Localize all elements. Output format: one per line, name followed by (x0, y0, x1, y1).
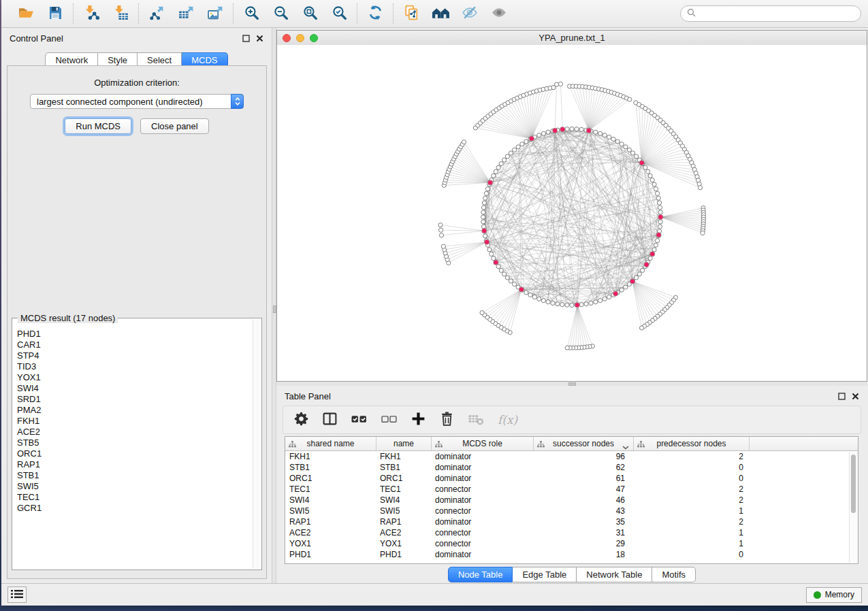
mcds-result-item[interactable]: ACE2 (17, 427, 251, 437)
table-row[interactable]: FKH1FKH1dominator962 (285, 451, 849, 462)
zoom-out-button[interactable] (270, 3, 291, 24)
graph-node[interactable] (634, 276, 639, 280)
zoom-selected-button[interactable] (329, 3, 349, 24)
graph-node[interactable] (481, 215, 485, 219)
table-cell[interactable]: RAP1 (285, 517, 376, 527)
mcds-result-item[interactable]: SWI5 (17, 481, 251, 492)
export-image-button[interactable] (205, 3, 225, 24)
table-cell[interactable]: 18 (534, 550, 634, 559)
table-row[interactable]: SWI5SWI5connector431 (285, 506, 849, 516)
table-settings-button[interactable] (293, 411, 309, 429)
graph-leaf-node[interactable] (480, 311, 484, 315)
graph-leaf-node[interactable] (438, 228, 443, 232)
table-cell[interactable]: FKH1 (376, 452, 432, 461)
graph-node[interactable] (650, 178, 654, 182)
tab-edge-table[interactable]: Edge Table (513, 567, 577, 582)
mcds-result-item[interactable]: CAR1 (17, 340, 251, 350)
table-cell[interactable]: ORC1 (285, 474, 376, 483)
graph-node[interactable] (505, 276, 509, 280)
graph-node[interactable] (541, 131, 545, 135)
select-all-button[interactable] (351, 411, 368, 429)
graph-leaf-node[interactable] (555, 82, 559, 86)
graph-node[interactable] (637, 272, 641, 276)
dominator-node[interactable] (613, 291, 618, 296)
graph-node[interactable] (641, 268, 645, 272)
column-header-name[interactable]: name (376, 437, 432, 450)
dominator-node[interactable] (529, 136, 534, 141)
graph-node[interactable] (615, 139, 620, 144)
close-window-button[interactable] (283, 34, 291, 42)
graph-node[interactable] (528, 293, 532, 297)
graph-node[interactable] (658, 210, 662, 214)
close-table-panel-icon[interactable] (852, 393, 859, 400)
graph-node[interactable] (624, 145, 628, 149)
show-all-button[interactable] (489, 3, 509, 24)
graph-node[interactable] (481, 225, 485, 229)
import-table-button[interactable] (110, 3, 131, 24)
graph-node[interactable] (524, 139, 528, 144)
table-cell[interactable]: dominator (432, 452, 534, 461)
graph-leaf-node[interactable] (438, 223, 443, 227)
table-cell[interactable]: STB1 (376, 463, 432, 472)
table-cell[interactable]: 2 (634, 495, 750, 505)
close-panel-icon[interactable] (256, 35, 263, 42)
graph-node[interactable] (589, 301, 593, 305)
dominator-node[interactable] (586, 128, 591, 133)
graph-node[interactable] (492, 257, 496, 261)
graph-node[interactable] (594, 130, 598, 134)
graph-node[interactable] (654, 187, 658, 191)
dominator-node[interactable] (650, 252, 655, 257)
graph-node[interactable] (607, 135, 611, 139)
graph-node[interactable] (537, 297, 541, 301)
graph-leaf-node[interactable] (698, 186, 702, 190)
graph-node[interactable] (579, 303, 583, 307)
graph-node[interactable] (509, 279, 513, 283)
graph-node[interactable] (516, 145, 520, 149)
graph-node[interactable] (483, 234, 487, 238)
graph-node[interactable] (524, 291, 528, 295)
table-cell[interactable]: connector (432, 484, 534, 494)
table-cell[interactable]: 2 (634, 517, 750, 527)
graph-node[interactable] (556, 302, 560, 306)
table-cell[interactable]: PHD1 (376, 550, 432, 559)
graph-node[interactable] (537, 133, 541, 137)
dominator-node[interactable] (575, 303, 579, 308)
graph-node[interactable] (487, 248, 492, 252)
graph-node[interactable] (648, 257, 652, 261)
refresh-network-button[interactable] (365, 3, 385, 24)
dominator-node[interactable] (485, 240, 489, 244)
dominator-node[interactable] (519, 287, 524, 292)
table-cell[interactable]: 35 (534, 517, 634, 527)
table-cell[interactable]: ACE2 (376, 528, 432, 538)
graph-node[interactable] (560, 303, 564, 307)
table-cell[interactable]: 47 (534, 484, 634, 494)
mcds-result-item[interactable]: ORC1 (17, 448, 251, 459)
graph-leaf-node[interactable] (628, 97, 632, 101)
graph-node[interactable] (484, 191, 488, 195)
table-row[interactable]: PHD1PHD1dominator180 (285, 549, 849, 560)
table-cell[interactable]: PHD1 (285, 550, 376, 559)
graph-node[interactable] (565, 127, 569, 131)
scrollbar-thumb[interactable] (851, 455, 856, 513)
graph-node[interactable] (546, 130, 550, 134)
graph-node[interactable] (643, 165, 647, 169)
graph-leaf-node[interactable] (462, 140, 466, 144)
table-row[interactable]: TEC1TEC1connector472 (285, 484, 849, 495)
toggle-columns-button[interactable] (322, 411, 338, 429)
graph-node[interactable] (607, 295, 611, 299)
graph-node[interactable] (630, 151, 634, 155)
graph-node[interactable] (570, 303, 574, 307)
hide-selected-button[interactable] (460, 3, 480, 24)
export-network-button[interactable] (146, 3, 167, 24)
table-cell[interactable]: TEC1 (285, 484, 376, 494)
duplicate-network-button[interactable] (401, 3, 421, 24)
dominator-node[interactable] (630, 279, 634, 284)
graph-node[interactable] (502, 272, 507, 276)
graph-leaf-node[interactable] (639, 326, 643, 330)
table-cell[interactable]: 1 (634, 528, 750, 538)
graph-node[interactable] (499, 268, 503, 272)
table-cell[interactable]: ORC1 (376, 474, 432, 483)
dominator-node[interactable] (658, 214, 663, 219)
tab-node-table[interactable]: Node Table (448, 567, 513, 582)
search-box[interactable] (680, 5, 861, 22)
